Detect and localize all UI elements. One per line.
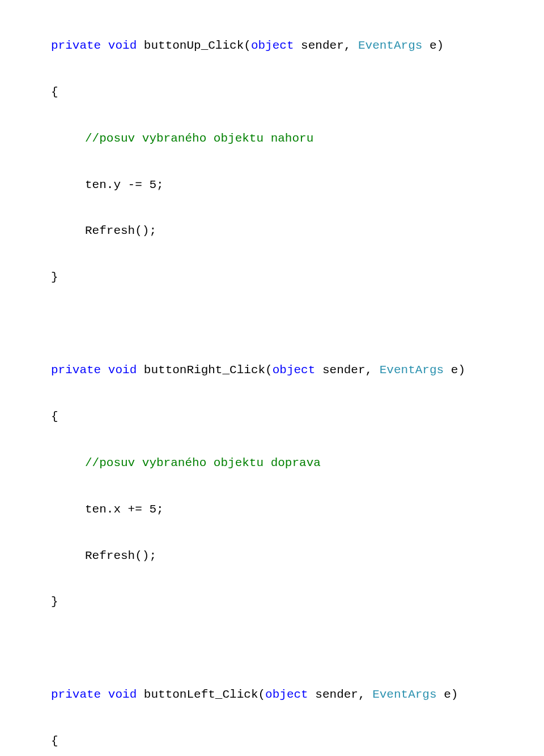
signature-tail: e)	[444, 364, 465, 377]
keyword-private: private	[51, 364, 101, 377]
statement: Refresh();	[85, 220, 544, 243]
keyword-object: object	[265, 688, 308, 701]
statement: ten.x += 5;	[85, 498, 544, 522]
signature-mid: sender,	[308, 688, 372, 701]
statement: ten.y -= 5;	[85, 174, 544, 197]
brace-close: }	[51, 266, 544, 289]
blank-line	[17, 637, 544, 660]
signature-tail: e)	[437, 688, 458, 701]
signature-mid: sender,	[315, 364, 379, 377]
method-name: buttonRight_Click(	[137, 364, 272, 377]
signature-tail: e)	[422, 39, 444, 52]
comment-line: //posuv vybraného objektu nahoru	[85, 127, 544, 151]
method-signature-right: private void buttonRight_Click(object se…	[51, 359, 544, 382]
code-block: private void buttonUp_Click(object sende…	[0, 0, 544, 756]
keyword-object: object	[251, 39, 294, 52]
type-eventargs: EventArgs	[372, 688, 436, 701]
keyword-private: private	[51, 39, 101, 52]
blank-line	[17, 313, 544, 336]
signature-mid: sender,	[294, 39, 358, 52]
method-signature-left: private void buttonLeft_Click(object sen…	[51, 684, 544, 707]
type-eventargs: EventArgs	[380, 364, 444, 377]
keyword-void: void	[108, 39, 137, 52]
comment-line: //posuv vybraného objektu doprava	[85, 452, 544, 475]
statement: Refresh();	[85, 545, 544, 568]
keyword-void: void	[108, 688, 137, 701]
method-name: buttonUp_Click(	[137, 39, 251, 52]
type-eventargs: EventArgs	[358, 39, 422, 52]
keyword-private: private	[51, 688, 101, 701]
keyword-void: void	[108, 364, 137, 377]
brace-close: }	[51, 591, 544, 614]
method-signature-up: private void buttonUp_Click(object sende…	[51, 35, 544, 58]
keyword-object: object	[273, 364, 316, 377]
brace-open: {	[51, 405, 544, 429]
brace-open: {	[51, 730, 544, 753]
brace-open: {	[51, 81, 544, 104]
method-name: buttonLeft_Click(	[137, 688, 265, 701]
